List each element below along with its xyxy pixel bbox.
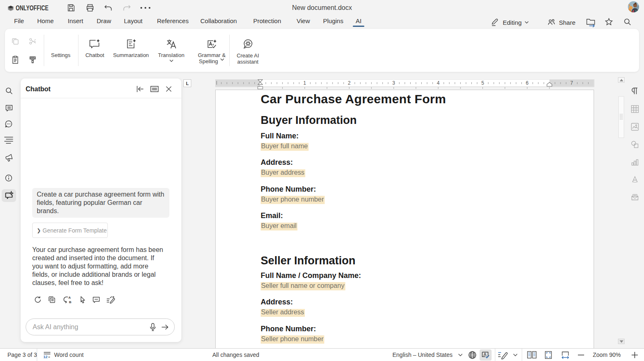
svg-text:2: 2	[348, 80, 351, 86]
svg-text:4: 4	[437, 80, 440, 86]
svg-text:7: 7	[570, 80, 573, 86]
svg-text:12: 12	[43, 355, 48, 359]
svg-text:B: B	[69, 300, 71, 304]
svg-text:A: A	[69, 296, 71, 299]
svg-text:1: 1	[303, 80, 306, 86]
svg-text:A: A	[484, 352, 487, 357]
svg-text:3: 3	[392, 80, 395, 86]
svg-text:6: 6	[526, 80, 529, 86]
svg-text:5: 5	[481, 80, 484, 86]
